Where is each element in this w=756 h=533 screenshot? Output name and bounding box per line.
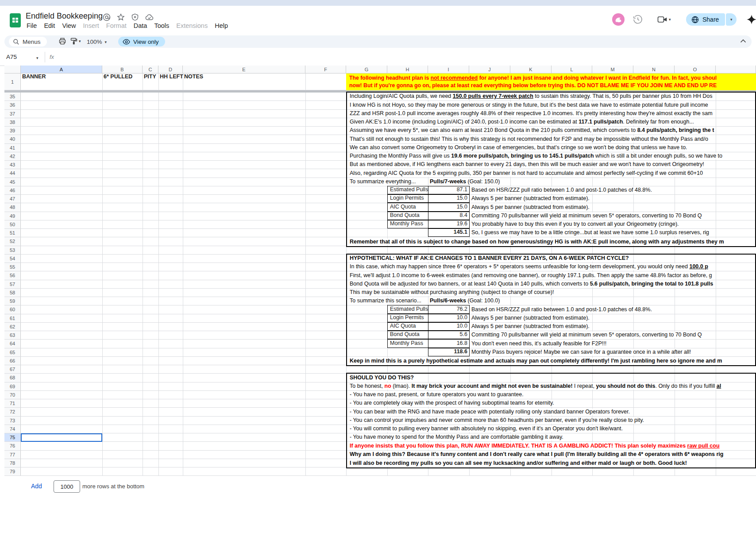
row-header-66[interactable]: 66 (4, 357, 21, 365)
menu-tools[interactable]: Tools (150, 22, 173, 30)
column-header-A[interactable]: A (21, 66, 102, 73)
menu-data[interactable]: Data (130, 22, 151, 30)
table-label-cell-62[interactable]: AIC Quota (387, 322, 428, 331)
row-header-55[interactable]: 55 (4, 263, 21, 271)
paint-format-button[interactable]: ▾ (70, 37, 81, 45)
row-header-75[interactable]: 75 (4, 433, 21, 442)
row-header-60[interactable]: 60 (4, 305, 21, 314)
document-title[interactable]: Endfield Bookkeeping (26, 12, 103, 21)
row-header-77[interactable]: 77 (4, 451, 21, 459)
sheets-logo-icon[interactable] (10, 13, 21, 27)
table-value-cell-60[interactable]: 76.2 (428, 305, 470, 313)
table-value-cell-61[interactable]: 10.0 (428, 314, 470, 322)
column-header-G[interactable]: G (346, 66, 387, 73)
table-label-cell-61[interactable]: Login Permits (387, 314, 428, 322)
menus-search-button[interactable]: Menus (9, 37, 47, 46)
row-header-45[interactable]: 45 (4, 178, 21, 186)
table-label-cell-49[interactable]: Bond Quota (387, 212, 428, 220)
row-header-43[interactable]: 43 (4, 161, 21, 169)
row-header-44[interactable]: 44 (4, 169, 21, 178)
row-header-48[interactable]: 48 (4, 203, 21, 212)
column-header-N[interactable]: N (633, 66, 675, 73)
table-label-cell-47[interactable]: Login Permits (387, 194, 428, 203)
meet-camera-control[interactable]: ▾ (657, 15, 671, 24)
add-rows-button[interactable]: Add (31, 483, 42, 490)
row-header-76[interactable]: 76 (4, 442, 21, 450)
avatar[interactable] (612, 13, 625, 26)
add-rows-count-input[interactable] (54, 480, 80, 493)
table-label-cell-50[interactable]: Monthly Pass (387, 220, 428, 228)
name-box-dropdown-icon[interactable]: ▾ (36, 56, 39, 60)
row-header-52[interactable]: 52 (4, 237, 21, 246)
row-header-73[interactable]: 73 (4, 417, 21, 425)
table-value-cell-62[interactable]: 10.0 (428, 322, 470, 331)
row-header-53[interactable]: 53 (4, 246, 21, 255)
row-header-69[interactable]: 69 (4, 382, 21, 391)
table-value-cell-48[interactable]: 15.0 (428, 203, 470, 211)
row-header-36[interactable]: 36 (4, 101, 21, 109)
row-header-79[interactable]: 79 (4, 467, 21, 476)
row-header-40[interactable]: 40 (4, 135, 21, 143)
row-header-59[interactable]: 59 (4, 297, 21, 305)
row-header-67[interactable]: 67 (4, 365, 21, 374)
column-header-partial[interactable] (716, 66, 756, 73)
table-label-cell-48[interactable]: AIC Quota (387, 203, 428, 211)
column-header-O[interactable]: O (675, 66, 716, 73)
row-header-41[interactable]: 41 (4, 144, 21, 152)
row-header-72[interactable]: 72 (4, 408, 21, 416)
row-header-1[interactable]: 1 (4, 73, 21, 90)
header-cell-B1[interactable]: 6* PULLED (104, 73, 144, 90)
table-value-cell-64[interactable]: 16.8 (428, 339, 470, 348)
menu-edit[interactable]: Edit (40, 22, 58, 30)
row-header-35[interactable]: 35 (4, 93, 21, 101)
menu-view[interactable]: View (58, 22, 79, 30)
table-value-cell-49[interactable]: 8.4 (428, 212, 470, 220)
row-header-50[interactable]: 50 (4, 220, 21, 229)
column-header-B[interactable]: B (102, 66, 143, 73)
zoom-control[interactable]: 100% ▾ (87, 39, 107, 45)
row-header-74[interactable]: 74 (4, 425, 21, 433)
row-header-38[interactable]: 38 (4, 118, 21, 127)
header-cell-D1[interactable]: HH LEFT (160, 73, 184, 90)
column-header-K[interactable]: K (510, 66, 552, 73)
view-only-badge[interactable]: View only (118, 37, 165, 46)
column-header-D[interactable]: D (158, 66, 183, 73)
row-header-58[interactable]: 58 (4, 289, 21, 297)
table-value-cell-65[interactable]: 118.6 (428, 348, 470, 356)
row-header-46[interactable]: 46 (4, 186, 21, 195)
name-box[interactable]: A75 (6, 54, 17, 60)
collapse-toolbar-button[interactable] (740, 39, 746, 43)
column-header-C[interactable]: C (143, 66, 158, 73)
select-all-corner[interactable] (4, 66, 21, 73)
row-header-71[interactable]: 71 (4, 399, 21, 408)
sheet-row-79[interactable] (21, 467, 756, 476)
row-header-42[interactable]: 42 (4, 152, 21, 161)
row-header-70[interactable]: 70 (4, 391, 21, 399)
table-value-cell-50[interactable]: 19.6 (428, 220, 470, 228)
shield-plus-icon[interactable] (131, 13, 139, 21)
print-button[interactable] (58, 37, 66, 45)
column-header-J[interactable]: J (469, 66, 510, 73)
table-label-cell-64[interactable]: Monthly Pass (387, 339, 428, 348)
column-header-M[interactable]: M (592, 66, 633, 73)
row-header-62[interactable]: 62 (4, 323, 21, 331)
share-button[interactable]: Share (686, 13, 725, 26)
share-dropdown[interactable]: ▾ (726, 13, 737, 26)
row-header-47[interactable]: 47 (4, 195, 21, 203)
row-header-49[interactable]: 49 (4, 212, 21, 220)
menu-help[interactable]: Help (211, 22, 231, 30)
header-cell-E1[interactable]: NOTES (184, 73, 307, 90)
table-label-cell-46[interactable]: Estimated Pulls (387, 186, 428, 194)
table-label-cell-60[interactable]: Estimated Pulls (387, 305, 428, 313)
warning-banner-cell[interactable]: The following headhunt plan is not recom… (346, 73, 756, 90)
gemini-spark-icon[interactable] (746, 14, 756, 25)
column-header-E[interactable]: E (183, 66, 305, 73)
table-label-cell-63[interactable]: Bond Quota (387, 331, 428, 339)
at-circle-icon[interactable] (103, 13, 111, 21)
row-header-39[interactable]: 39 (4, 127, 21, 135)
row-header-78[interactable]: 78 (4, 459, 21, 467)
column-header-H[interactable]: H (387, 66, 428, 73)
row-header-65[interactable]: 65 (4, 348, 21, 357)
row-header-68[interactable]: 68 (4, 374, 21, 382)
row-header-57[interactable]: 57 (4, 280, 21, 289)
